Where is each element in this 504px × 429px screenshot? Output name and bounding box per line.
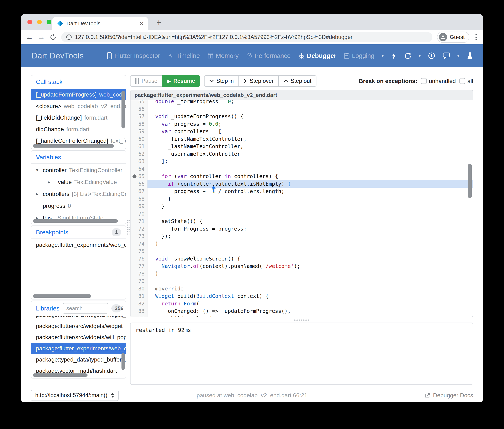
page-info-icon[interactable]: [66, 34, 72, 40]
line-number[interactable]: 58: [131, 120, 147, 128]
line-number[interactable]: 67: [131, 188, 147, 195]
variable-row[interactable]: ▾controllerTextEditingController: [31, 164, 126, 176]
new-tab-button[interactable]: +: [154, 18, 163, 27]
expander-right-icon[interactable]: ▸: [34, 191, 40, 197]
debugger-docs-link[interactable]: Debugger Docs: [425, 392, 473, 399]
line-number[interactable]: 73: [131, 233, 147, 240]
feedback-button[interactable]: [443, 52, 450, 59]
line-number[interactable]: 83: [131, 307, 147, 315]
call-stack-frame[interactable]: <closure>web_codelab_v2_end.dart: [31, 100, 126, 112]
close-window-button[interactable]: [27, 20, 32, 24]
line-number[interactable]: 65: [131, 173, 147, 180]
breakpoints-hscrollbar[interactable]: [33, 294, 91, 298]
profile-name: Guest: [450, 34, 465, 40]
line-number[interactable]: 62: [131, 150, 147, 158]
call-stack-frame[interactable]: [_updateFormProgress]web_codelab_v2_: [31, 89, 126, 100]
browser-menu-icon[interactable]: [474, 34, 478, 40]
hot-restart-button[interactable]: [404, 52, 411, 59]
tab-timeline[interactable]: Timeline: [168, 52, 200, 59]
library-item[interactable]: package:typed_data/typed_buffers.dart: [31, 354, 126, 365]
zoom-window-button[interactable]: [46, 20, 51, 24]
info-button[interactable]: [428, 52, 435, 59]
profile-chip[interactable]: Guest: [437, 32, 469, 43]
forward-icon[interactable]: →: [38, 33, 45, 41]
all-checkbox[interactable]: [459, 78, 465, 84]
browser-tab[interactable]: Dart DevTools ×: [52, 17, 148, 30]
line-number[interactable]: 55: [131, 100, 147, 105]
line-number[interactable]: 56: [131, 105, 147, 113]
variable-row[interactable]: ▸controllers[3] List<TextEditingControll…: [31, 188, 126, 200]
variable-row[interactable]: ▸_valueTextEditingValue: [31, 176, 126, 188]
line-number[interactable]: 84: [131, 315, 147, 317]
line-number[interactable]: 57: [131, 113, 147, 120]
pause-button[interactable]: Pause: [130, 75, 162, 87]
step-over-button[interactable]: Step over: [239, 75, 279, 87]
reload-icon[interactable]: [50, 34, 56, 41]
libraries-hscrollbar[interactable]: [33, 373, 88, 377]
tab-performance[interactable]: Performance: [246, 52, 291, 59]
breakpoint-item[interactable]: package:flutter_experiments/web_codela: [31, 239, 126, 250]
library-item[interactable]: package:flutter_experiments/web_codela: [31, 343, 126, 354]
line-number[interactable]: 81: [131, 292, 147, 300]
back-icon[interactable]: ←: [26, 33, 33, 41]
line-number[interactable]: 78: [131, 270, 147, 278]
line-number[interactable]: 74: [131, 240, 147, 248]
line-number[interactable]: 63: [131, 158, 147, 165]
call-stack-vscrollbar[interactable]: [121, 91, 125, 128]
line-number[interactable]: 61: [131, 143, 147, 150]
libraries-search-input[interactable]: [63, 303, 108, 314]
call-stack-frame[interactable]: didChangeform.dart: [31, 123, 126, 135]
step-in-button[interactable]: Step in: [204, 75, 239, 87]
line-number[interactable]: 79: [131, 278, 147, 285]
library-item[interactable]: package:flutter/src/widgets/widget_spar: [31, 320, 126, 332]
line-number[interactable]: 75: [131, 247, 147, 255]
line-number[interactable]: 69: [131, 203, 147, 210]
call-stack-hscrollbar[interactable]: [33, 144, 114, 148]
line-number[interactable]: 76: [131, 255, 147, 263]
line-number[interactable]: 68: [131, 195, 147, 203]
address-bar[interactable]: 127.0.0.1:58050/?ide=IntelliJ-IDEA&uri=h…: [61, 32, 432, 42]
tab-close-icon[interactable]: ×: [140, 20, 143, 27]
variable-row[interactable]: progress0: [31, 200, 126, 212]
editor-vscrollbar[interactable]: [468, 164, 472, 198]
line-number[interactable]: 70: [131, 210, 147, 218]
libraries-panel: Libraries 356 package:flutter/src/widget…: [31, 301, 126, 378]
line-number[interactable]: 60: [131, 135, 147, 143]
unhandled-checkbox[interactable]: [421, 78, 427, 84]
line-text: progress += 1 / controllers.length;: [147, 188, 473, 195]
line-number[interactable]: 80: [131, 285, 147, 293]
call-stack-frame[interactable]: [_fieldDidChange]form.dart: [31, 112, 126, 123]
variables-hscrollbar[interactable]: [33, 219, 118, 223]
line-number[interactable]: 66: [131, 180, 147, 188]
isolate-selector[interactable]: http://localhost:57944/:main(): [31, 390, 119, 401]
line-text: ];: [147, 158, 473, 165]
expander-right-icon[interactable]: ▸: [46, 179, 52, 185]
library-item[interactable]: package:flutter/src/widgets/widget_insp: [31, 316, 126, 320]
line-number[interactable]: 72: [131, 225, 147, 233]
resume-button[interactable]: ▶ Resume: [162, 75, 200, 87]
devtools-nav: Flutter Inspector Timeline Memory Perfor…: [107, 52, 473, 60]
libraries-vscrollbar[interactable]: [121, 353, 125, 370]
hot-reload-button[interactable]: [391, 52, 396, 60]
breakpoints-count-badge: 1: [112, 228, 121, 236]
breakpoint-dot[interactable]: [133, 175, 136, 178]
minimize-window-button[interactable]: [37, 20, 42, 24]
tab-debugger[interactable]: Debugger: [298, 52, 336, 59]
library-item[interactable]: package:flutter/src/widgets/will_pop_sco: [31, 332, 126, 343]
frame-file: text_form_fie: [111, 138, 126, 144]
sidebar-splitter-handle[interactable]: [126, 219, 130, 236]
line-number[interactable]: 71: [131, 218, 147, 225]
code-lines: 55 double _formProgress = 0;5657 void _u…: [131, 100, 473, 317]
line-number[interactable]: 77: [131, 263, 147, 270]
line-number[interactable]: 82: [131, 300, 147, 307]
tab-logging[interactable]: Logging: [344, 52, 374, 59]
tab-memory[interactable]: Memory: [207, 52, 238, 59]
editor-console-splitter[interactable]: [130, 317, 473, 323]
line-number[interactable]: 59: [131, 128, 147, 135]
expander-down-icon[interactable]: ▾: [34, 167, 40, 173]
code-line: 72 _formProgress = progress;: [131, 225, 473, 233]
line-number[interactable]: 64: [131, 165, 147, 173]
tab-flutter-inspector[interactable]: Flutter Inspector: [107, 52, 160, 59]
step-out-button[interactable]: Step out: [279, 75, 316, 87]
experiments-button[interactable]: [467, 52, 473, 59]
